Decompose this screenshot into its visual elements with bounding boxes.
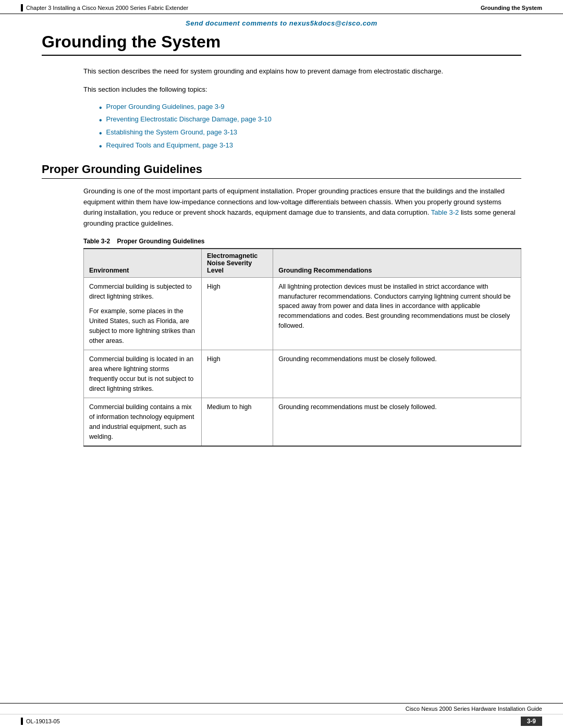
- footer-doc-number: OL-19013-05: [21, 718, 60, 725]
- cell-rec-2: Grounding recommendations must be closel…: [273, 350, 521, 398]
- table-reference-link[interactable]: Table 3-2: [431, 208, 459, 216]
- footer-bottom: OL-19013-05 3-9: [0, 714, 563, 728]
- header-chapter-text: Chapter 3 Installing a Cisco Nexus 2000 …: [26, 5, 188, 11]
- cell-environment-3: Commercial building contains a mix of in…: [84, 398, 202, 447]
- col-header-noise-level-sub: Level: [207, 267, 224, 274]
- list-item: • Preventing Electrostatic Discharge Dam…: [99, 115, 521, 126]
- cell-noise-3: Medium to high: [202, 398, 273, 447]
- list-item: • Required Tools and Equipment, page 3-1…: [99, 141, 521, 152]
- page-footer: Cisco Nexus 2000 Series Hardware Install…: [0, 703, 563, 728]
- footer-page-number: 3-9: [521, 717, 542, 726]
- cell-noise-2: High: [202, 350, 273, 398]
- bullet-icon: •: [99, 141, 102, 152]
- intro-paragraph-1: This section describes the need for syst…: [83, 66, 521, 77]
- col-header-recommendations: Grounding Recommendations: [273, 249, 521, 278]
- page-header: Chapter 3 Installing a Cisco Nexus 2000 …: [0, 0, 563, 14]
- email-banner: Send document comments to nexus5kdocs@ci…: [0, 14, 563, 30]
- table-header-row: Environment Electromagnetic Noise Severi…: [84, 249, 521, 278]
- footer-bar-icon: [21, 718, 23, 725]
- topic-link-2[interactable]: Preventing Electrostatic Discharge Damag…: [106, 115, 272, 123]
- topic-link-1[interactable]: Proper Grounding Guidelines, page 3-9: [106, 103, 225, 110]
- header-left: Chapter 3 Installing a Cisco Nexus 2000 …: [21, 4, 188, 11]
- chapter-title: Grounding the System: [42, 32, 521, 56]
- footer-guide-name: Cisco Nexus 2000 Series Hardware Install…: [0, 703, 563, 714]
- main-content: Grounding the System This section descri…: [0, 32, 563, 447]
- header-right-text: Grounding the System: [481, 5, 542, 11]
- cell-environment-2: Commercial building is located in an are…: [84, 350, 202, 398]
- cell-rec-1: All lightning protection devices must be…: [273, 277, 521, 350]
- table-row: Commercial building is subjected to dire…: [84, 277, 521, 350]
- list-item: • Establishing the System Ground, page 3…: [99, 128, 521, 139]
- table-caption-prefix: Table 3-2: [83, 238, 110, 245]
- table-row: Commercial building is located in an are…: [84, 350, 521, 398]
- table-caption-title: Proper Grounding Guidelines: [117, 238, 204, 245]
- list-item: • Proper Grounding Guidelines, page 3-9: [99, 103, 521, 114]
- topics-list: • Proper Grounding Guidelines, page 3-9 …: [99, 103, 521, 152]
- bullet-icon: •: [99, 115, 102, 126]
- cell-noise-1: High: [202, 277, 273, 350]
- table-caption: Table 3-2 Proper Grounding Guidelines: [83, 238, 521, 245]
- bullet-icon: •: [99, 103, 102, 114]
- section-heading: Proper Grounding Guidelines: [42, 163, 521, 179]
- topic-link-4[interactable]: Required Tools and Equipment, page 3-13: [106, 141, 233, 149]
- intro-paragraph-2: This section includes the following topi…: [83, 84, 521, 95]
- cell-environment-1: Commercial building is subjected to dire…: [84, 277, 202, 350]
- section-body: Grounding is one of the most important p…: [83, 186, 521, 229]
- topic-link-3[interactable]: Establishing the System Ground, page 3-1…: [106, 128, 237, 136]
- col-header-noise-level: Electromagnetic Noise Severity Level: [202, 249, 273, 278]
- cell-rec-3: Grounding recommendations must be closel…: [273, 398, 521, 447]
- table-row: Commercial building contains a mix of in…: [84, 398, 521, 447]
- col-header-environment: Environment: [84, 249, 202, 278]
- bullet-icon: •: [99, 128, 102, 139]
- grounding-guidelines-table: Environment Electromagnetic Noise Severi…: [83, 248, 521, 447]
- header-bar-icon: [21, 4, 23, 11]
